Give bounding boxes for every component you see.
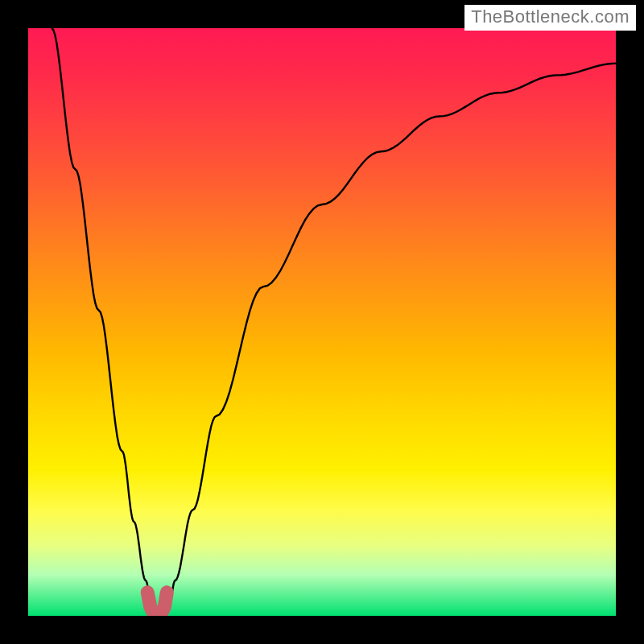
watermark: TheBottleneck.com <box>464 5 636 31</box>
bottleneck-curve <box>52 28 616 616</box>
minimum-highlight <box>147 592 167 616</box>
watermark-text: TheBottleneck.com <box>471 6 630 27</box>
chart-frame: TheBottleneck.com <box>0 0 644 644</box>
chart-svg <box>28 28 616 616</box>
